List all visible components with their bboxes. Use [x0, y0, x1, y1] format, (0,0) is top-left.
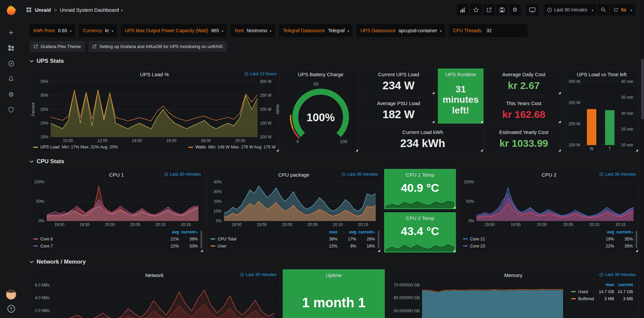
resize-handle[interactable] — [453, 249, 455, 252]
apps-grid-icon[interactable] — [26, 7, 32, 12]
ups-load-chart[interactable]: 35%30%25%20%15%Percent300 W250 W200 W150… — [30, 78, 279, 144]
legend-col-max[interactable]: max — [595, 282, 614, 287]
panel-title[interactable]: Uptime — [326, 272, 342, 278]
panel-title[interactable]: CPU 1 — [109, 172, 124, 178]
panel-timerange[interactable]: Last 30 minutes — [599, 172, 636, 177]
resize-handle[interactable] — [480, 121, 483, 123]
legend-col-max[interactable]: max — [319, 230, 337, 234]
panel-timerange[interactable]: Last 30 minutes — [599, 272, 636, 277]
cycle-view-button[interactable] — [526, 4, 539, 15]
memory-chart[interactable]: 70.000000 GB60.000000 GB50.000000 GB — [388, 279, 568, 318]
panel-timerange[interactable]: Last 30 minutes — [164, 172, 201, 177]
panel-title[interactable]: UPS Battery Charge — [298, 72, 343, 77]
section-header-network-memory[interactable]: Network / Memory — [30, 259, 639, 265]
variable-ups-datasource[interactable]: UPS Datasource apcupsd-container — [357, 24, 445, 37]
cpu2-chart[interactable]: 100%50%0%19:5019:5520:0020:0520:1020:15 — [460, 179, 638, 228]
resize-handle[interactable] — [558, 92, 561, 94]
panel-title[interactable]: CPU 1 Temp — [406, 172, 434, 178]
section-header-ups-stats[interactable]: UPS Stats — [30, 58, 639, 64]
legend-col-current[interactable]: current — [614, 282, 633, 287]
cpu1-chart[interactable]: 100%50%0%19:5019:5520:0020:0520:1020:15 — [30, 179, 203, 228]
panel-timerange[interactable]: Last 30 minutes — [341, 172, 378, 177]
grafana-logo-icon[interactable] — [5, 3, 17, 16]
legend-col-avg[interactable]: avg — [337, 230, 356, 234]
resize-handle[interactable] — [480, 149, 483, 151]
legend-col-avg[interactable]: avg — [595, 230, 614, 234]
panel-title[interactable]: CPU 2 Temp — [406, 215, 434, 221]
chevron-down-icon[interactable] — [119, 7, 123, 13]
explore-compass-icon[interactable] — [4, 57, 18, 70]
dashboard-settings-button[interactable]: ⚙ — [509, 4, 521, 15]
ups-load-vs-time-chart[interactable]: 300 W250 W200 W150 W40 min35 min30 min25… — [565, 78, 638, 152]
breadcrumb-app[interactable]: Unraid — [35, 7, 51, 13]
resize-handle[interactable] — [558, 121, 561, 123]
resize-handle[interactable] — [200, 249, 203, 252]
panel-title[interactable]: UPS Load vs Time left — [577, 72, 627, 77]
legend-item-ups-load[interactable]: UPS LoadMin: 17% Max: 32% Avg: 20% — [33, 145, 118, 149]
refresh-button[interactable]: 5s — [610, 4, 635, 15]
network-chart[interactable]: 6.0 MBs4.0 MBs2.0 MBs — [30, 279, 279, 318]
chevron-down-icon — [30, 261, 34, 263]
legend-scrollbar[interactable] — [378, 231, 379, 248]
dashboard-title[interactable]: Unraid System Dashboard — [60, 7, 119, 13]
legend-col-current[interactable]: current — [614, 230, 633, 234]
configuration-gear-icon[interactable]: ⚙ — [4, 88, 18, 101]
star-button[interactable] — [470, 4, 482, 15]
panel-title[interactable]: Current UPS Load — [378, 72, 419, 77]
legend-col-avg[interactable]: avg — [160, 230, 179, 234]
variable-currency[interactable]: Currency kr — [79, 24, 117, 37]
panel-title[interactable]: Average PSU Load — [377, 100, 420, 106]
resize-handle[interactable] — [558, 149, 561, 151]
resize-handle[interactable] — [276, 149, 279, 151]
resize-handle[interactable] — [378, 249, 380, 252]
legend-scrollbar[interactable] — [636, 231, 637, 248]
resize-handle[interactable] — [356, 149, 358, 151]
scrollbar-thumb[interactable] — [641, 59, 644, 119]
panel-title[interactable]: Average Daily Cost — [502, 72, 545, 77]
dashboards-icon[interactable] — [4, 41, 18, 55]
legend-col-current[interactable]: current — [356, 230, 375, 234]
panel-title[interactable]: UPS Load % — [140, 72, 169, 77]
panel-title[interactable]: CPU package — [278, 172, 310, 178]
link-grafana-plex-theme[interactable]: Grafana Plex Theme — [30, 41, 85, 52]
time-picker-button[interactable]: Last 30 minutes — [544, 4, 597, 15]
svg-text:19:50: 19:50 — [232, 222, 242, 227]
zoom-out-button[interactable] — [598, 4, 609, 15]
panel-timerange[interactable]: Last 12 hours — [244, 71, 277, 76]
page-scrollbar[interactable] — [641, 0, 644, 318]
variable-telegraf-datasource[interactable]: Telegraf Datasource Telegraf — [279, 24, 353, 37]
panel-title[interactable]: UPS Runtime — [446, 72, 476, 77]
share-button[interactable] — [483, 4, 495, 15]
svg-text:300 W: 300 W — [260, 79, 272, 84]
variable-kwh-price[interactable]: kWh Price 0.65 — [30, 24, 75, 37]
link-ups-monitoring-guide[interactable]: Setting up Grafana and InfluxDB for UPS … — [88, 41, 227, 52]
alerting-bell-icon[interactable] — [4, 72, 18, 86]
resize-handle[interactable] — [636, 149, 638, 151]
resize-handle[interactable] — [636, 249, 638, 252]
legend-col-current[interactable]: current — [179, 230, 198, 234]
cpu2-legend: avgcurrent Core 2119%35% Core 2322%35% — [460, 228, 638, 252]
panel-title[interactable]: Memory — [504, 272, 522, 278]
save-button[interactable] — [496, 4, 508, 15]
variable-ups-max-output[interactable]: UPS Max Output Power Capacity (Watt) 865 — [121, 24, 227, 37]
panel-title[interactable]: Network — [145, 272, 164, 278]
help-icon[interactable]: ? — [7, 305, 15, 313]
create-plus-icon[interactable]: + — [4, 26, 18, 39]
panel-timerange[interactable]: Last 30 minutes — [240, 272, 277, 277]
panel-title[interactable]: Estimated Yearly Cost — [499, 129, 549, 135]
variable-host[interactable]: host Nostromo — [231, 24, 275, 37]
panel-title[interactable]: This Years Cost — [506, 100, 541, 106]
add-panel-button[interactable] — [457, 4, 469, 15]
server-admin-shield-icon[interactable] — [4, 103, 18, 117]
resize-handle[interactable] — [432, 121, 434, 123]
resize-handle[interactable] — [453, 206, 455, 209]
legend-item-watts[interactable]: WattsMin: 148 W Max: 278 W Avg: 175 W — [188, 145, 276, 149]
panel-title[interactable]: CPU 2 — [542, 172, 556, 178]
panel-title[interactable]: Current Load kWh — [402, 129, 443, 135]
legend-scrollbar[interactable] — [200, 231, 202, 248]
resize-handle[interactable] — [432, 92, 434, 94]
cpu-package-chart[interactable]: 40%30%20%10%0%19:5019:5520:0020:0520:102… — [207, 179, 380, 228]
cpu-threads-input[interactable]: 32 — [484, 24, 524, 37]
user-avatar[interactable] — [6, 289, 16, 300]
section-header-cpu-stats[interactable]: CPU Stats — [30, 158, 639, 165]
